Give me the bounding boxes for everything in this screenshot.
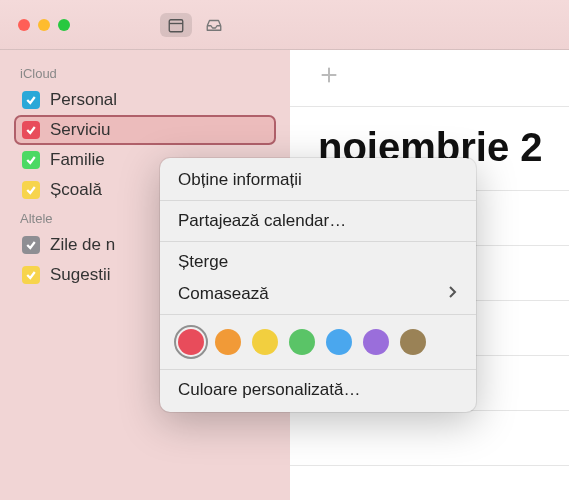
inbox-button[interactable] (198, 13, 230, 37)
plus-icon (318, 64, 340, 86)
check-icon (25, 239, 37, 251)
sidebar-calendar-item[interactable]: Serviciu (14, 115, 276, 145)
menu-share-calendar[interactable]: Partajează calendar… (160, 205, 476, 237)
window-titlebar (0, 0, 569, 50)
color-swatch[interactable] (178, 329, 204, 355)
menu-separator (160, 369, 476, 370)
check-icon (25, 269, 37, 281)
chevron-right-icon (448, 284, 458, 304)
menu-delete[interactable]: Șterge (160, 246, 476, 278)
color-swatch[interactable] (326, 329, 352, 355)
menu-separator (160, 314, 476, 315)
traffic-lights (18, 19, 70, 31)
calendar-name: Serviciu (50, 120, 110, 140)
calendar-checkbox[interactable] (22, 181, 40, 199)
add-event-button[interactable] (318, 64, 340, 90)
svg-rect-0 (169, 19, 183, 31)
inbox-icon (205, 16, 223, 34)
calendar-checkbox[interactable] (22, 121, 40, 139)
check-icon (25, 124, 37, 136)
color-swatch[interactable] (289, 329, 315, 355)
check-icon (25, 184, 37, 196)
toolbar-controls (160, 13, 230, 37)
check-icon (25, 94, 37, 106)
menu-separator (160, 200, 476, 201)
calendar-toggle-button[interactable] (160, 13, 192, 37)
color-swatch[interactable] (363, 329, 389, 355)
color-swatch[interactable] (215, 329, 241, 355)
menu-custom-color[interactable]: Culoare personalizată… (160, 374, 476, 406)
color-swatch[interactable] (252, 329, 278, 355)
calendar-name: Personal (50, 90, 117, 110)
fullscreen-window-button[interactable] (58, 19, 70, 31)
calendar-checkbox[interactable] (22, 266, 40, 284)
calendar-name: Sugestii (50, 265, 110, 285)
calendar-name: Școală (50, 180, 102, 200)
calendar-checkbox[interactable] (22, 236, 40, 254)
calendar-checkbox[interactable] (22, 151, 40, 169)
calendar-checkbox[interactable] (22, 91, 40, 109)
color-swatch[interactable] (400, 329, 426, 355)
close-window-button[interactable] (18, 19, 30, 31)
calendar-icon (167, 16, 185, 34)
menu-merge[interactable]: Comasează (160, 278, 476, 310)
check-icon (25, 154, 37, 166)
context-menu: Obține informații Partajează calendar… Ș… (160, 158, 476, 412)
calendar-name: Zile de n (50, 235, 115, 255)
menu-separator (160, 241, 476, 242)
calendar-name: Familie (50, 150, 105, 170)
minimize-window-button[interactable] (38, 19, 50, 31)
sidebar-calendar-item[interactable]: Personal (14, 85, 276, 115)
sidebar-section-label: iCloud (20, 66, 270, 81)
menu-get-info[interactable]: Obține informații (160, 164, 476, 196)
menu-color-row (160, 319, 476, 365)
